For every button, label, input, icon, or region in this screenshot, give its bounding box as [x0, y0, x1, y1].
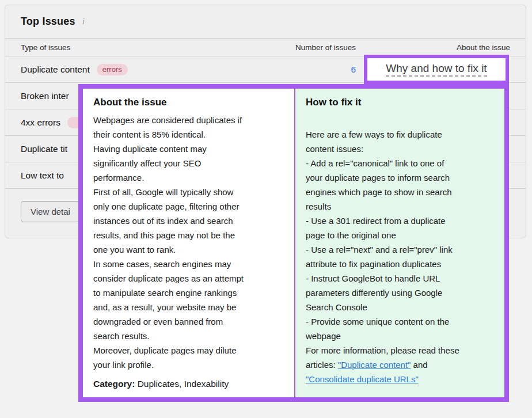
fix-body-text: Here are a few ways to fix duplicate con…: [306, 130, 459, 370]
about-issue-text: Webpages are considered duplicates if th…: [93, 113, 286, 372]
category-label: Category:: [93, 379, 135, 389]
panel-header: Top Issues i: [5, 5, 526, 38]
issue-label: 4xx errors: [21, 117, 60, 128]
issue-label: Broken inter: [21, 91, 69, 101]
how-to-fix-text: Here are a few ways to fix duplicate con…: [306, 113, 496, 386]
table-header: Type of issues Number of issues About th…: [5, 38, 526, 56]
why-how-fix-trigger-box: Why and how to fix it: [364, 55, 509, 84]
why-and-how-to-fix-it-link[interactable]: Why and how to fix it: [386, 62, 487, 77]
issue-details-popover: About the issue Webpages are considered …: [78, 84, 509, 402]
and-separator: and: [411, 360, 427, 370]
how-to-fix-panel: How to fix it Here are a few ways to fix…: [295, 89, 504, 397]
col-about-the-issue: About the issue: [457, 43, 510, 52]
col-type-of-issues: Type of issues: [21, 43, 70, 52]
duplicate-content-article-link[interactable]: "Duplicate content": [338, 360, 411, 370]
about-issue-heading: About the issue: [93, 97, 286, 108]
issue-label: Low text to: [21, 170, 64, 181]
category-line: Category: Duplicates, Indexability: [93, 379, 286, 389]
about-the-issue-panel: About the issue Webpages are considered …: [83, 89, 294, 397]
how-to-fix-heading: How to fix it: [306, 97, 496, 108]
panel-title: Top Issues: [21, 16, 75, 28]
consolidate-duplicate-urls-link[interactable]: "Consolidate duplicate URLs": [306, 374, 419, 384]
col-number-of-issues: Number of issues: [295, 43, 356, 52]
issue-label: Duplicate content: [21, 64, 90, 75]
view-details-button[interactable]: View detai: [21, 201, 80, 222]
errors-badge: errors: [97, 64, 128, 75]
page: Top Issues i Type of issues Number of is…: [0, 0, 532, 418]
issue-count-link[interactable]: 6: [351, 64, 356, 75]
category-value: Duplicates, Indexability: [138, 379, 229, 389]
issue-label: Duplicate tit: [21, 144, 67, 154]
info-icon[interactable]: i: [82, 17, 85, 26]
